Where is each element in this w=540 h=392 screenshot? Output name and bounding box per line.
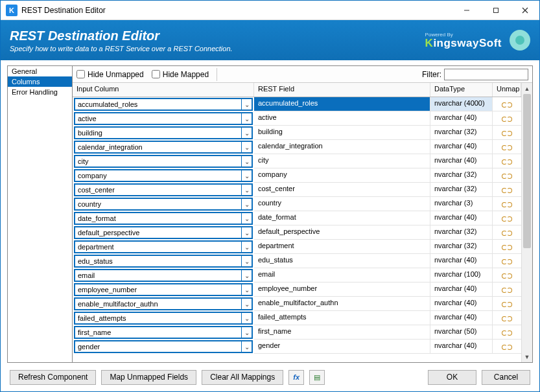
unmap-button[interactable]	[493, 297, 521, 311]
refresh-component-button[interactable]: Refresh Component	[10, 370, 96, 385]
unmap-button[interactable]	[493, 254, 521, 268]
hide-unmapped-checkbox[interactable]: Hide Unmapped	[76, 70, 144, 79]
table-row[interactable]: calendar_integration⌄calendar_integratio…	[73, 140, 521, 154]
table-row[interactable]: email⌄emailnvarchar (100)	[73, 268, 521, 282]
table-row[interactable]: cost_center⌄cost_centernvarchar (32)	[73, 183, 521, 197]
input-column-combo[interactable]: department⌄	[74, 240, 253, 253]
input-column-combo[interactable]: accumulated_roles⌄	[74, 98, 253, 111]
unmap-button[interactable]	[493, 211, 521, 225]
chevron-down-icon[interactable]: ⌄	[241, 227, 252, 238]
map-unmapped-fields-button[interactable]: Map Unmapped Fields	[101, 370, 196, 385]
input-column-combo[interactable]: city⌄	[74, 155, 253, 168]
maximize-button[interactable]	[481, 1, 510, 20]
chevron-down-icon[interactable]: ⌄	[241, 113, 252, 124]
input-column-combo[interactable]: employee_number⌄	[74, 283, 253, 296]
chevron-down-icon[interactable]: ⌄	[241, 185, 252, 195]
ok-button[interactable]: OK	[428, 370, 476, 385]
chevron-down-icon[interactable]: ⌄	[241, 156, 252, 167]
input-column-combo[interactable]: email⌄	[74, 269, 253, 282]
table-row[interactable]: employee_number⌄employee_numbernvarchar …	[73, 282, 521, 297]
table-row[interactable]: city⌄citynvarchar (40)	[73, 154, 521, 168]
unmap-button[interactable]	[493, 240, 521, 254]
table-row[interactable]: active⌄activenvarchar (40)	[73, 111, 521, 126]
unmap-button[interactable]	[493, 126, 521, 140]
chevron-down-icon[interactable]: ⌄	[241, 299, 252, 309]
input-column-combo[interactable]: date_format⌄	[74, 212, 253, 225]
scroll-up-arrow-icon[interactable]: ▲	[522, 83, 532, 94]
header-datatype[interactable]: DataType	[430, 83, 493, 97]
table-row[interactable]: enable_multifactor_authn⌄enable_multifac…	[73, 297, 521, 311]
table-row[interactable]: first_name⌄first_namenvarchar (50)	[73, 325, 521, 340]
chevron-down-icon[interactable]: ⌄	[241, 213, 252, 224]
unmap-button[interactable]	[493, 311, 521, 325]
sidebar-item-error-handling[interactable]: Error Handling	[8, 87, 72, 97]
chevron-down-icon[interactable]: ⌄	[241, 99, 252, 110]
input-column-combo[interactable]: building⌄	[74, 126, 253, 139]
unmap-button[interactable]	[493, 282, 521, 297]
chevron-down-icon[interactable]: ⌄	[241, 242, 252, 252]
chevron-down-icon[interactable]: ⌄	[241, 341, 252, 352]
minimize-button[interactable]	[452, 1, 481, 20]
unmap-button[interactable]	[493, 225, 521, 240]
sidebar-item-general[interactable]: General	[8, 66, 72, 76]
chevron-down-icon[interactable]: ⌄	[241, 128, 252, 138]
hide-mapped-input[interactable]	[152, 70, 160, 78]
expression-button[interactable]: fx	[288, 370, 304, 385]
chevron-down-icon[interactable]: ⌄	[241, 142, 252, 152]
input-column-combo[interactable]: failed_attempts⌄	[74, 312, 253, 325]
clear-all-mappings-button[interactable]: Clear All Mappings	[202, 370, 283, 385]
input-column-combo[interactable]: company⌄	[74, 169, 253, 182]
header-input-column[interactable]: Input Column	[73, 83, 254, 97]
vertical-scrollbar[interactable]: ▲ ▼	[521, 83, 532, 362]
table-row[interactable]: date_format⌄date_formatnvarchar (40)	[73, 211, 521, 225]
unmap-button[interactable]	[493, 97, 521, 111]
scroll-track[interactable]	[522, 94, 532, 351]
table-row[interactable]: department⌄departmentnvarchar (32)	[73, 240, 521, 254]
unmap-button[interactable]	[493, 168, 521, 183]
scroll-down-arrow-icon[interactable]: ▼	[522, 351, 532, 362]
table-row[interactable]: gender⌄gendernvarchar (40)	[73, 340, 521, 354]
input-column-combo[interactable]: enable_multifactor_authn⌄	[74, 297, 253, 310]
table-row[interactable]: building⌄buildingnvarchar (32)	[73, 126, 521, 140]
chevron-down-icon[interactable]: ⌄	[241, 199, 252, 209]
table-row[interactable]: default_perspective⌄default_perspectiven…	[73, 225, 521, 240]
chevron-down-icon[interactable]: ⌄	[241, 270, 252, 281]
unmap-button[interactable]	[493, 340, 521, 354]
input-column-combo[interactable]: default_perspective⌄	[74, 226, 253, 239]
filter-input[interactable]	[444, 69, 528, 80]
table-row[interactable]: failed_attempts⌄failed_attemptsnvarchar …	[73, 311, 521, 325]
input-column-combo[interactable]: active⌄	[74, 112, 253, 125]
chevron-down-icon[interactable]: ⌄	[241, 256, 252, 266]
unmap-button[interactable]	[493, 183, 521, 197]
chevron-down-icon[interactable]: ⌄	[241, 313, 252, 323]
input-column-combo[interactable]: calendar_integration⌄	[74, 141, 253, 154]
input-column-combo[interactable]: edu_status⌄	[74, 255, 253, 268]
input-column-combo[interactable]: first_name⌄	[74, 326, 253, 339]
chevron-down-icon[interactable]: ⌄	[241, 170, 252, 181]
unmap-button[interactable]	[493, 325, 521, 340]
header-rest-field[interactable]: REST Field	[254, 83, 430, 97]
input-column-combo[interactable]: country⌄	[74, 198, 253, 211]
properties-button[interactable]: ▤	[309, 370, 325, 385]
sidebar-item-columns[interactable]: Columns	[8, 76, 72, 87]
unmap-button[interactable]	[493, 154, 521, 168]
header-unmap[interactable]: Unmap	[493, 83, 521, 97]
unmap-button[interactable]	[493, 140, 521, 154]
table-row[interactable]: edu_status⌄edu_statusnvarchar (40)	[73, 254, 521, 268]
input-column-combo[interactable]: cost_center⌄	[74, 183, 253, 196]
chevron-down-icon[interactable]: ⌄	[241, 284, 252, 295]
close-button[interactable]	[510, 1, 539, 20]
scroll-thumb[interactable]	[523, 94, 531, 248]
hide-mapped-checkbox[interactable]: Hide Mapped	[152, 70, 209, 79]
table-row[interactable]: company⌄companynvarchar (32)	[73, 168, 521, 183]
table-row[interactable]: accumulated_roles⌄accumulated_rolesnvarc…	[73, 97, 521, 111]
unmap-button[interactable]	[493, 111, 521, 126]
unmap-icon	[502, 200, 512, 208]
table-row[interactable]: country⌄countrynvarchar (3)	[73, 197, 521, 211]
unmap-button[interactable]	[493, 268, 521, 282]
cancel-button[interactable]: Cancel	[482, 370, 530, 385]
chevron-down-icon[interactable]: ⌄	[241, 327, 252, 338]
input-column-combo[interactable]: gender⌄	[74, 340, 253, 353]
hide-unmapped-input[interactable]	[76, 70, 85, 78]
unmap-button[interactable]	[493, 197, 521, 211]
